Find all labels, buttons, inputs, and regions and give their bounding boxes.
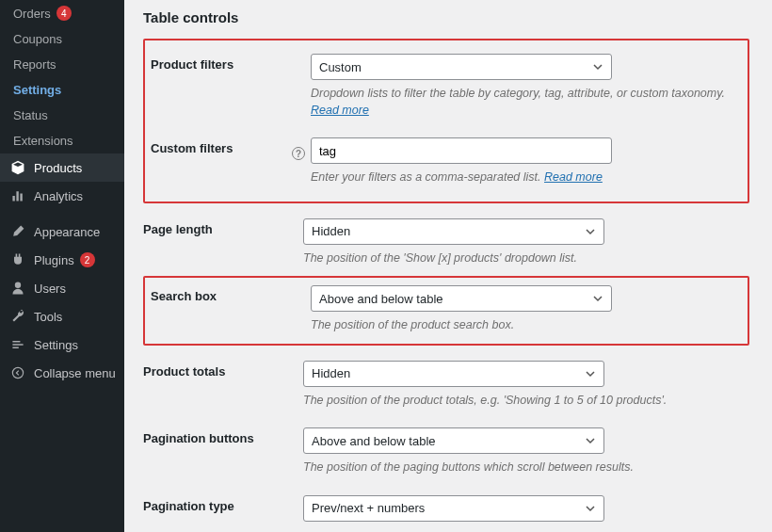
sidebar-item-analytics[interactable]: Analytics [0,182,124,210]
product-totals-label: Product totals [143,361,303,379]
product-filters-help: Dropdown lists to filter the table by ca… [311,86,742,119]
sidebar-item-status[interactable]: Status [0,103,124,128]
page-length-select[interactable]: Hidden [303,218,604,245]
sidebar-item-users[interactable]: Users [0,274,124,302]
sliders-icon [9,336,26,353]
plug-icon [9,251,26,268]
sidebar-item-plugins[interactable]: Plugins2 [0,246,124,274]
admin-sidebar: Orders4 Coupons Reports Settings Status … [0,0,124,532]
pagination-buttons-label: Pagination buttons [143,427,303,445]
custom-filters-input[interactable] [311,137,612,164]
collapse-icon [9,364,26,381]
page-length-help: The position of the 'Show [x] products' … [303,250,736,267]
sidebar-item-products[interactable]: Products [0,153,124,182]
sidebar-item-reports[interactable]: Reports [0,52,124,77]
bars-icon [9,187,26,204]
svg-point-0 [12,367,23,378]
orders-badge: 4 [56,6,72,21]
page-length-label: Page length [143,218,303,236]
pagination-type-label: Pagination type [143,495,303,513]
cube-icon [9,159,26,176]
sidebar-item-settings[interactable]: Settings [0,330,124,359]
product-totals-help: The position of the product totals, e.g.… [303,393,736,410]
highlight-searchbox-section: Search box Above and below table The pos… [143,276,749,346]
highlight-filters-section: Product filters Custom Dropdown lists to… [143,39,749,203]
custom-filters-help: Enter your filters as a comma-separated … [311,169,742,186]
sidebar-item-orders[interactable]: Orders4 [0,0,124,26]
product-filters-select[interactable]: Custom [311,54,612,80]
user-icon [9,280,26,297]
pagination-buttons-select[interactable]: Above and below table [303,427,604,454]
sidebar-item-appearance[interactable]: Appearance [0,218,124,246]
search-box-label: Search box [151,285,311,303]
settings-content: Table controls Product filters Custom Dr… [124,0,772,532]
chevron-down-icon [585,435,596,446]
product-totals-select[interactable]: Hidden [303,361,604,387]
search-box-help: The position of the product search box. [311,317,742,334]
sidebar-item-settings-sub[interactable]: Settings [0,77,124,103]
chevron-down-icon [592,293,603,304]
chevron-down-icon [585,226,596,237]
chevron-down-icon [585,368,596,379]
chevron-down-icon [592,61,603,73]
sidebar-item-coupons[interactable]: Coupons [0,26,124,52]
wrench-icon [9,308,26,325]
chevron-down-icon [585,503,596,514]
pagination-buttons-help: The position of the paging buttons which… [303,459,736,476]
custom-filters-label: Custom filters [151,141,292,155]
help-tooltip-icon[interactable]: ? [292,147,305,160]
plugins-badge: 2 [80,252,95,267]
search-box-select[interactable]: Above and below table [311,285,612,312]
sidebar-item-tools[interactable]: Tools [0,302,124,330]
product-filters-readmore-link[interactable]: Read more [311,104,369,117]
sidebar-item-collapse[interactable]: Collapse menu [0,359,124,387]
pagination-type-select[interactable]: Prev/next + numbers [303,495,604,522]
sidebar-item-extensions[interactable]: Extensions [0,128,124,153]
custom-filters-readmore-link[interactable]: Read more [544,170,603,184]
page-title: Table controls [143,9,749,25]
brush-icon [9,223,26,240]
product-filters-label: Product filters [151,54,311,72]
